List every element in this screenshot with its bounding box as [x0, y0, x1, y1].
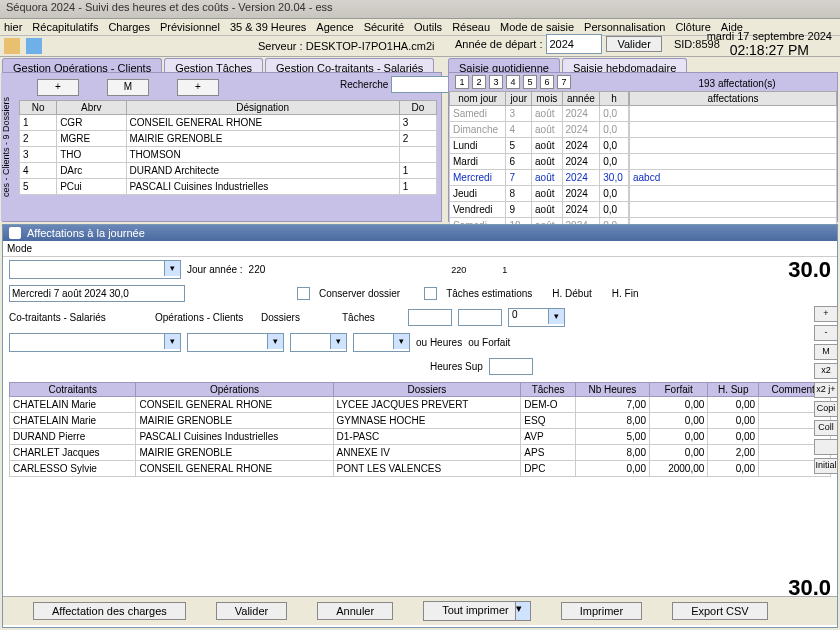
- operations-combo[interactable]: ▾: [187, 333, 284, 352]
- annuler-button[interactable]: Annuler: [317, 602, 393, 620]
- table-row[interactable]: Samedi3août20240,0: [450, 106, 629, 122]
- table-row[interactable]: Mercredi7août202430,0: [450, 170, 629, 186]
- year-input[interactable]: [546, 34, 602, 54]
- side-button[interactable]: Copi: [814, 401, 838, 417]
- week-num[interactable]: 4: [506, 75, 520, 89]
- table-row[interactable]: CHARLET JacquesMAIRIE GRENOBLEANNEXE IVA…: [10, 445, 831, 461]
- col-header: Opérations: [136, 383, 333, 397]
- menu-item[interactable]: Clôture: [675, 21, 710, 33]
- col-header: Dossiers: [333, 383, 521, 397]
- menu-item[interactable]: Personnalisation: [584, 21, 665, 33]
- col-header: h: [600, 92, 629, 106]
- table-row[interactable]: 5PCuiPASCALI Cuisines Industrielles1: [20, 179, 437, 195]
- small-button[interactable]: +: [177, 79, 219, 96]
- col-header: jour: [506, 92, 532, 106]
- col-header: H. Sup: [708, 383, 759, 397]
- table-row[interactable]: Jeudi8août20240,0: [450, 186, 629, 202]
- side-button[interactable]: M: [814, 344, 838, 360]
- week-num[interactable]: 7: [557, 75, 571, 89]
- week-num[interactable]: 3: [489, 75, 503, 89]
- hdebut-input[interactable]: [408, 309, 452, 326]
- side-button[interactable]: Coll: [814, 420, 838, 436]
- imprimer-button[interactable]: Imprimer: [561, 602, 642, 620]
- week-num[interactable]: 5: [523, 75, 537, 89]
- side-button[interactable]: +: [814, 306, 838, 322]
- week-num[interactable]: 6: [540, 75, 554, 89]
- table-row[interactable]: 4DArcDURAND Architecte1: [20, 163, 437, 179]
- table-row[interactable]: 2MGREMAIRIE GRENOBLE2: [20, 131, 437, 147]
- week-num[interactable]: 2: [472, 75, 486, 89]
- combo-1[interactable]: ▾: [9, 260, 181, 279]
- small-button[interactable]: M: [107, 79, 149, 96]
- menu-item[interactable]: Charges: [108, 21, 150, 33]
- chevron-down-icon[interactable]: ▾: [164, 334, 180, 349]
- menu-item[interactable]: Sécurité: [364, 21, 404, 33]
- col-header: Désignation: [126, 101, 399, 115]
- taches-combo[interactable]: ▾: [353, 333, 410, 352]
- day-line-input[interactable]: [9, 285, 185, 302]
- footer-buttons: Affectation des charges Valider Annuler …: [3, 596, 837, 625]
- menu-item[interactable]: hier: [4, 21, 22, 33]
- table-row[interactable]: CARLESSO SylvieCONSEIL GENERAL RHONEPONT…: [10, 461, 831, 477]
- menu-item[interactable]: Réseau: [452, 21, 490, 33]
- menu-item[interactable]: Outils: [414, 21, 442, 33]
- menu-item[interactable]: Mode de saisie: [500, 21, 574, 33]
- side-button[interactable]: x2 j+: [814, 382, 838, 398]
- table-row[interactable]: 1CGRCONSEIL GENERAL RHONE3: [20, 115, 437, 131]
- table-row[interactable]: Vendredi9août20240,0: [450, 202, 629, 218]
- side-button[interactable]: [814, 439, 838, 455]
- server-label: Serveur : DESKTOP-I7PO1HA.cm2i: [258, 40, 434, 52]
- zero-combo[interactable]: 0▾: [508, 308, 565, 327]
- cotraitants-combo[interactable]: ▾: [9, 333, 181, 352]
- table-row[interactable]: Lundi5août20240,0: [450, 138, 629, 154]
- side-button[interactable]: -: [814, 325, 838, 341]
- toolbar-icon[interactable]: [26, 38, 42, 54]
- aff-cell: [630, 186, 837, 202]
- validate-button[interactable]: Valider: [606, 36, 661, 52]
- table-row[interactable]: Mardi6août20240,0: [450, 154, 629, 170]
- chevron-down-icon[interactable]: ▾: [267, 334, 283, 349]
- taches-est-checkbox[interactable]: [424, 287, 437, 300]
- week-num[interactable]: 1: [455, 75, 469, 89]
- table-row[interactable]: CHATELAIN MarieCONSEIL GENERAL RHONELYCE…: [10, 397, 831, 413]
- export-csv-button[interactable]: Export CSV: [672, 602, 767, 620]
- menu-item[interactable]: Prévisionnel: [160, 21, 220, 33]
- side-button[interactable]: Initial: [814, 458, 838, 474]
- aff-cell: aabcd: [630, 170, 837, 186]
- chevron-down-icon[interactable]: ▾: [164, 261, 180, 276]
- col-header: Cotraitants: [10, 383, 136, 397]
- heuressup-label: Heures Sup: [430, 361, 483, 372]
- valider-button[interactable]: Valider: [216, 602, 287, 620]
- affectation-charges-button[interactable]: Affectation des charges: [33, 602, 186, 620]
- table-row[interactable]: 3THOTHOMSON: [20, 147, 437, 163]
- calendar-panel: 1234567 193 affectation(s) nom jourjourm…: [448, 72, 838, 222]
- side-button[interactable]: x2: [814, 363, 838, 379]
- col-header: No: [20, 101, 57, 115]
- heuressup-input[interactable]: [489, 358, 533, 375]
- menu-item[interactable]: 35 & 39 Heures: [230, 21, 306, 33]
- table-row[interactable]: CHATELAIN MarieMAIRIE GRENOBLEGYMNASE HO…: [10, 413, 831, 429]
- table-row[interactable]: Dimanche4août20240,0: [450, 122, 629, 138]
- window-icon: [9, 227, 21, 239]
- window-title: Séquora 2024 - Suivi des heures et des c…: [0, 0, 840, 19]
- detail-window: Affectations à la journée Mode ▾ Jour an…: [2, 224, 838, 628]
- menu-item[interactable]: Récapitulatifs: [32, 21, 98, 33]
- small-button[interactable]: +: [37, 79, 79, 96]
- detail-title-text: Affectations à la journée: [27, 227, 145, 239]
- menu-item[interactable]: Agence: [316, 21, 353, 33]
- chevron-down-icon[interactable]: ▾: [548, 309, 564, 324]
- toolbar-icon[interactable]: [4, 38, 20, 54]
- tout-imprimer-button[interactable]: Tout imprimer: [423, 601, 516, 621]
- chevron-down-icon[interactable]: ▾: [516, 601, 531, 621]
- chevron-down-icon[interactable]: ▾: [393, 334, 409, 349]
- table-row[interactable]: DURAND PierrePASCALI Cuisines Industriel…: [10, 429, 831, 445]
- clients-panel: ces - Clients - 9 Dossiers +M+ NoAbrvDés…: [2, 72, 442, 222]
- chevron-down-icon[interactable]: ▾: [330, 334, 346, 349]
- side-label: ces - Clients - 9 Dossiers: [1, 73, 15, 221]
- affectation-count: 193 affectation(s): [647, 75, 827, 92]
- dossiers-combo[interactable]: ▾: [290, 333, 347, 352]
- col-header: nom jour: [450, 92, 506, 106]
- conserver-checkbox[interactable]: [297, 287, 310, 300]
- hfin-input[interactable]: [458, 309, 502, 326]
- aff-cell: [630, 106, 837, 122]
